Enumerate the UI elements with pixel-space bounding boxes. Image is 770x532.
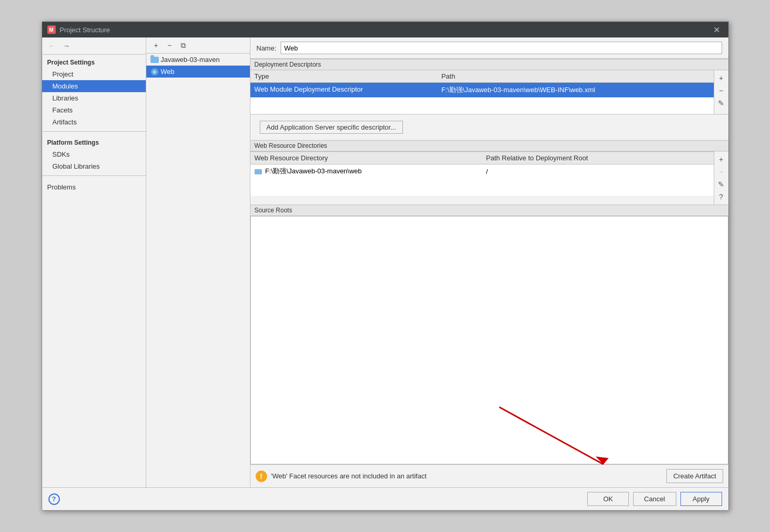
- titlebar: M Project Structure ✕: [42, 22, 728, 37]
- deployment-table-rows: Web Module Deployment Descriptor F:\勤强\J…: [250, 83, 714, 114]
- deployment-descriptors-section-label: Deployment Descriptors: [250, 59, 728, 70]
- wrd-dir-value: F:\勤强\Javaweb-03-maven\web: [265, 167, 362, 175]
- sidebar-item-artifacts[interactable]: Artifacts: [42, 116, 146, 128]
- app-icon: M: [47, 26, 56, 34]
- warning-icon: !: [256, 471, 267, 482]
- name-input[interactable]: [281, 42, 722, 54]
- type-column-header: Type: [250, 70, 437, 82]
- tree-add-button[interactable]: +: [150, 40, 162, 51]
- nav-arrows: ← →: [42, 37, 146, 55]
- tree-item-web-label: Web: [161, 68, 175, 75]
- web-module-icon: ⊕: [150, 68, 159, 75]
- dd-add-button[interactable]: +: [715, 72, 727, 84]
- wrd-dir-cell: F:\勤强\Javaweb-03-maven\web: [250, 164, 482, 178]
- source-roots-section-label: Source Roots: [250, 205, 728, 216]
- two-col-layout: + − ⧉ Javaweb-03-maven ⊕ Web: [146, 37, 728, 487]
- create-artifact-button[interactable]: Create Artifact: [666, 469, 723, 483]
- wrd-table-header: Web Resource Directory Path Relative to …: [250, 151, 714, 164]
- warning-message: 'Web' Facet resources are not included i…: [271, 472, 663, 480]
- sidebar-divider: [42, 131, 146, 132]
- sidebar-item-sdks-label: SDKs: [53, 150, 70, 158]
- back-arrow[interactable]: ←: [46, 41, 58, 51]
- sidebar-divider-2: [42, 175, 146, 176]
- dd-edit-button[interactable]: ✎: [715, 97, 727, 109]
- sidebar-item-facets[interactable]: Facets: [42, 104, 146, 116]
- sidebar-item-problems-label: Problems: [47, 183, 76, 191]
- row-type: Web Module Deployment Descriptor: [250, 83, 437, 97]
- module-tree: + − ⧉ Javaweb-03-maven ⊕ Web: [146, 37, 250, 487]
- wrd-question-button[interactable]: ?: [715, 191, 727, 202]
- table-row[interactable]: Web Module Deployment Descriptor F:\勤强\J…: [250, 83, 714, 97]
- sidebar-item-artifacts-label: Artifacts: [53, 118, 77, 126]
- tree-copy-button[interactable]: ⧉: [178, 40, 189, 51]
- deployment-descriptors-section: Type Path Web Module Deployment Descript…: [250, 70, 728, 114]
- add-app-server-descriptor-button[interactable]: Add Application Server specific descript…: [260, 121, 403, 134]
- path-column-header: Path: [437, 70, 714, 82]
- deployment-descriptors-content: Type Path Web Module Deployment Descript…: [250, 70, 714, 114]
- sidebar-item-problems[interactable]: Problems: [42, 179, 146, 193]
- dialog-footer: ? OK Cancel Apply: [42, 487, 728, 510]
- deployment-table-header: Type Path: [250, 70, 714, 83]
- wrd-rel-cell: /: [482, 166, 714, 178]
- source-roots-section: [250, 216, 728, 464]
- titlebar-left: M Project Structure: [47, 26, 110, 34]
- sidebar-item-sdks[interactable]: SDKs: [42, 148, 146, 160]
- wrd-table-rows: F:\勤强\Javaweb-03-maven\web /: [250, 164, 714, 196]
- dd-remove-button[interactable]: −: [715, 85, 727, 96]
- tree-item-web[interactable]: ⊕ Web: [146, 66, 250, 78]
- tree-remove-button[interactable]: −: [164, 40, 175, 51]
- wrd-dir-header: Web Resource Directory: [250, 152, 482, 164]
- name-row: Name:: [250, 37, 728, 59]
- add-descriptor-row: Add Application Server specific descript…: [250, 114, 728, 140]
- project-settings-label: Project Settings: [42, 55, 146, 68]
- web-resource-dir-section-label: Web Resource Directories: [250, 140, 728, 151]
- web-resource-dir-section: Web Resource Directory Path Relative to …: [250, 151, 728, 205]
- wrd-add-button[interactable]: +: [715, 154, 727, 165]
- deployment-side-buttons: + − ✎: [714, 70, 728, 114]
- sidebar-item-project-label: Project: [53, 70, 73, 78]
- sidebar-item-libraries[interactable]: Libraries: [42, 92, 146, 104]
- deployment-table: Type Path Web Module Deployment Descript…: [250, 70, 714, 114]
- sidebar-item-facets-label: Facets: [53, 106, 73, 114]
- wrd-side-buttons: + − ✎ ?: [714, 151, 728, 205]
- wrd-content: Web Resource Directory Path Relative to …: [250, 151, 714, 205]
- project-structure-dialog: M Project Structure ✕ ← → Project Settin…: [42, 21, 729, 511]
- wrd-rel-header: Path Relative to Deployment Root: [482, 152, 714, 164]
- platform-settings-label: Platform Settings: [42, 135, 146, 148]
- forward-arrow[interactable]: →: [61, 41, 72, 51]
- warning-bar: ! 'Web' Facet resources are not included…: [250, 464, 728, 487]
- left-sidebar: ← → Project Settings Project Modules Lib…: [42, 37, 146, 487]
- sidebar-item-global-libraries[interactable]: Global Libraries: [42, 160, 146, 172]
- tree-toolbar: + − ⧉: [146, 37, 250, 54]
- sidebar-item-modules-label: Modules: [53, 82, 78, 90]
- small-folder-icon: [255, 169, 262, 174]
- wrd-edit-button[interactable]: ✎: [715, 179, 727, 190]
- right-detail-panel: Name: Deployment Descriptors Type Path: [250, 37, 728, 487]
- row-path: F:\勤强\Javaweb-03-maven\web\WEB-INF\web.x…: [437, 83, 714, 97]
- wrd-row[interactable]: F:\勤强\Javaweb-03-maven\web /: [250, 164, 714, 178]
- sidebar-item-libraries-label: Libraries: [53, 94, 79, 102]
- wrd-remove-button[interactable]: −: [715, 166, 727, 178]
- tree-item-javaweb[interactable]: Javaweb-03-maven: [146, 54, 250, 66]
- dialog-title: Project Structure: [60, 26, 110, 34]
- main-layout: ← → Project Settings Project Modules Lib…: [42, 37, 728, 487]
- sidebar-item-global-libraries-label: Global Libraries: [53, 162, 100, 170]
- ok-button[interactable]: OK: [587, 492, 629, 506]
- folder-icon: [150, 56, 159, 64]
- close-button[interactable]: ✕: [710, 24, 723, 36]
- apply-button[interactable]: Apply: [680, 492, 722, 506]
- sidebar-item-modules[interactable]: Modules: [42, 80, 146, 92]
- help-button[interactable]: ?: [48, 493, 60, 505]
- tree-item-javaweb-label: Javaweb-03-maven: [161, 56, 220, 64]
- sidebar-item-project[interactable]: Project: [42, 68, 146, 80]
- name-label: Name:: [257, 44, 276, 52]
- source-roots-content: [250, 216, 728, 464]
- cancel-button[interactable]: Cancel: [633, 492, 676, 506]
